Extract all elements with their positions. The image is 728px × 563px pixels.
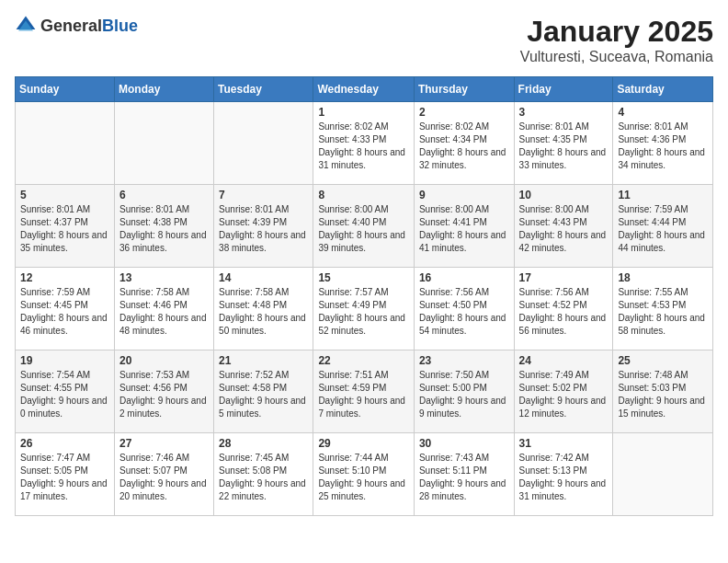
calendar-cell [214, 102, 313, 185]
day-detail: Sunrise: 8:00 AM [419, 203, 509, 216]
day-number: 11 [618, 189, 708, 201]
day-detail: Daylight: 8 hours and 31 minutes. [318, 146, 409, 172]
calendar-cell: 2Sunrise: 8:02 AMSunset: 4:34 PMDaylight… [414, 102, 514, 185]
calendar-week-5: 26Sunrise: 7:47 AMSunset: 5:05 PMDayligh… [16, 433, 713, 516]
day-detail: Sunrise: 7:56 AM [519, 286, 609, 299]
day-detail: Sunset: 4:49 PM [318, 299, 409, 312]
day-number: 4 [618, 106, 708, 119]
day-detail: Sunrise: 7:57 AM [318, 286, 409, 299]
day-detail: Daylight: 8 hours and 48 minutes. [119, 312, 209, 338]
day-number: 30 [419, 437, 509, 450]
day-detail: Sunset: 4:38 PM [119, 216, 209, 229]
day-detail: Daylight: 9 hours and 2 minutes. [119, 395, 209, 420]
day-detail: Sunset: 5:08 PM [219, 465, 308, 477]
day-detail: Sunrise: 8:00 AM [519, 203, 609, 216]
day-detail: Daylight: 9 hours and 17 minutes. [20, 477, 109, 503]
month-title: January 2025 [520, 15, 713, 49]
day-detail: Sunrise: 7:45 AM [219, 452, 308, 465]
calendar-cell [613, 433, 713, 516]
day-detail: Sunrise: 7:58 AM [219, 286, 308, 299]
calendar-cell: 8Sunrise: 8:00 AMSunset: 4:40 PMDaylight… [313, 185, 415, 268]
day-detail: Sunset: 5:07 PM [119, 465, 209, 477]
day-detail: Sunset: 4:44 PM [618, 216, 708, 229]
day-detail: Sunrise: 7:47 AM [20, 452, 109, 465]
day-detail: Sunrise: 7:50 AM [419, 369, 509, 382]
day-detail: Sunset: 4:41 PM [419, 216, 509, 229]
day-detail: Sunrise: 7:49 AM [519, 369, 609, 382]
day-detail: Daylight: 8 hours and 46 minutes. [20, 312, 109, 338]
day-detail: Sunset: 4:37 PM [20, 216, 109, 229]
location-title: Vulturesti, Suceava, Romania [520, 49, 713, 65]
day-detail: Sunrise: 7:51 AM [318, 369, 409, 382]
day-detail: Sunrise: 7:46 AM [119, 452, 209, 465]
day-detail: Sunrise: 7:54 AM [20, 369, 109, 382]
day-detail: Daylight: 9 hours and 5 minutes. [219, 395, 308, 420]
title-area: January 2025 Vulturesti, Suceava, Romani… [520, 15, 713, 65]
day-detail: Sunrise: 7:56 AM [419, 286, 509, 299]
day-detail: Daylight: 8 hours and 42 minutes. [519, 229, 609, 255]
day-detail: Sunset: 4:58 PM [219, 382, 308, 395]
day-detail: Sunset: 4:46 PM [119, 299, 209, 312]
day-number: 1 [318, 106, 409, 119]
day-detail: Sunset: 4:56 PM [119, 382, 209, 395]
day-detail: Sunrise: 8:02 AM [318, 121, 409, 133]
day-detail: Sunrise: 7:43 AM [419, 452, 509, 465]
day-number: 2 [419, 106, 509, 119]
day-detail: Sunset: 4:43 PM [519, 216, 609, 229]
day-detail: Daylight: 9 hours and 7 minutes. [318, 395, 409, 420]
calendar-cell: 1Sunrise: 8:02 AMSunset: 4:33 PMDaylight… [313, 102, 415, 185]
day-detail: Sunset: 4:48 PM [219, 299, 308, 312]
day-detail: Sunrise: 7:53 AM [119, 369, 209, 382]
day-detail: Daylight: 9 hours and 22 minutes. [219, 477, 308, 503]
day-number: 17 [519, 271, 609, 284]
day-detail: Sunrise: 8:01 AM [219, 203, 308, 216]
day-detail: Daylight: 8 hours and 33 minutes. [519, 146, 609, 172]
day-detail: Sunset: 4:39 PM [219, 216, 308, 229]
day-number: 6 [119, 189, 209, 201]
calendar-cell: 20Sunrise: 7:53 AMSunset: 4:56 PMDayligh… [114, 350, 213, 433]
day-detail: Sunset: 5:02 PM [519, 382, 609, 395]
calendar-cell: 9Sunrise: 8:00 AMSunset: 4:41 PMDaylight… [414, 185, 514, 268]
day-detail: Sunset: 5:11 PM [419, 465, 509, 477]
day-number: 15 [318, 271, 409, 284]
calendar-cell: 31Sunrise: 7:42 AMSunset: 5:13 PMDayligh… [514, 433, 613, 516]
day-detail: Sunrise: 7:59 AM [20, 286, 109, 299]
day-detail: Sunrise: 8:01 AM [119, 203, 209, 216]
calendar-cell: 11Sunrise: 7:59 AMSunset: 4:44 PMDayligh… [613, 185, 713, 268]
calendar-cell: 14Sunrise: 7:58 AMSunset: 4:48 PMDayligh… [214, 268, 313, 350]
day-detail: Daylight: 9 hours and 31 minutes. [519, 477, 609, 503]
weekday-header-row: SundayMondayTuesdayWednesdayThursdayFrid… [16, 77, 713, 102]
day-detail: Sunset: 4:34 PM [419, 133, 509, 146]
weekday-header-friday: Friday [514, 77, 613, 102]
calendar-cell: 22Sunrise: 7:51 AMSunset: 4:59 PMDayligh… [313, 350, 415, 433]
day-detail: Daylight: 8 hours and 52 minutes. [318, 312, 409, 338]
day-detail: Sunrise: 7:48 AM [618, 369, 708, 382]
weekday-header-tuesday: Tuesday [214, 77, 313, 102]
calendar-cell: 27Sunrise: 7:46 AMSunset: 5:07 PMDayligh… [114, 433, 213, 516]
day-number: 16 [419, 271, 509, 284]
calendar-week-3: 12Sunrise: 7:59 AMSunset: 4:45 PMDayligh… [16, 268, 713, 350]
day-detail: Daylight: 8 hours and 41 minutes. [419, 229, 509, 255]
day-number: 26 [20, 437, 109, 450]
calendar-cell: 3Sunrise: 8:01 AMSunset: 4:35 PMDaylight… [514, 102, 613, 185]
calendar-cell: 13Sunrise: 7:58 AMSunset: 4:46 PMDayligh… [114, 268, 213, 350]
calendar-cell: 18Sunrise: 7:55 AMSunset: 4:53 PMDayligh… [613, 268, 713, 350]
day-detail: Sunrise: 7:52 AM [219, 369, 308, 382]
day-detail: Daylight: 8 hours and 50 minutes. [219, 312, 308, 338]
day-detail: Sunrise: 7:55 AM [618, 286, 708, 299]
day-number: 22 [318, 354, 409, 367]
day-detail: Daylight: 8 hours and 58 minutes. [618, 312, 708, 338]
day-detail: Daylight: 8 hours and 38 minutes. [219, 229, 308, 255]
calendar-week-4: 19Sunrise: 7:54 AMSunset: 4:55 PMDayligh… [16, 350, 713, 433]
day-detail: Daylight: 8 hours and 36 minutes. [119, 229, 209, 255]
calendar-cell: 7Sunrise: 8:01 AMSunset: 4:39 PMDaylight… [214, 185, 313, 268]
day-number: 31 [519, 437, 609, 450]
calendar-cell: 26Sunrise: 7:47 AMSunset: 5:05 PMDayligh… [16, 433, 115, 516]
day-detail: Sunset: 4:36 PM [618, 133, 708, 146]
day-detail: Sunset: 4:40 PM [318, 216, 409, 229]
day-detail: Daylight: 8 hours and 32 minutes. [419, 146, 509, 172]
day-number: 28 [219, 437, 308, 450]
day-number: 8 [318, 189, 409, 201]
day-detail: Daylight: 9 hours and 12 minutes. [519, 395, 609, 420]
calendar-table: SundayMondayTuesdayWednesdayThursdayFrid… [15, 76, 713, 516]
